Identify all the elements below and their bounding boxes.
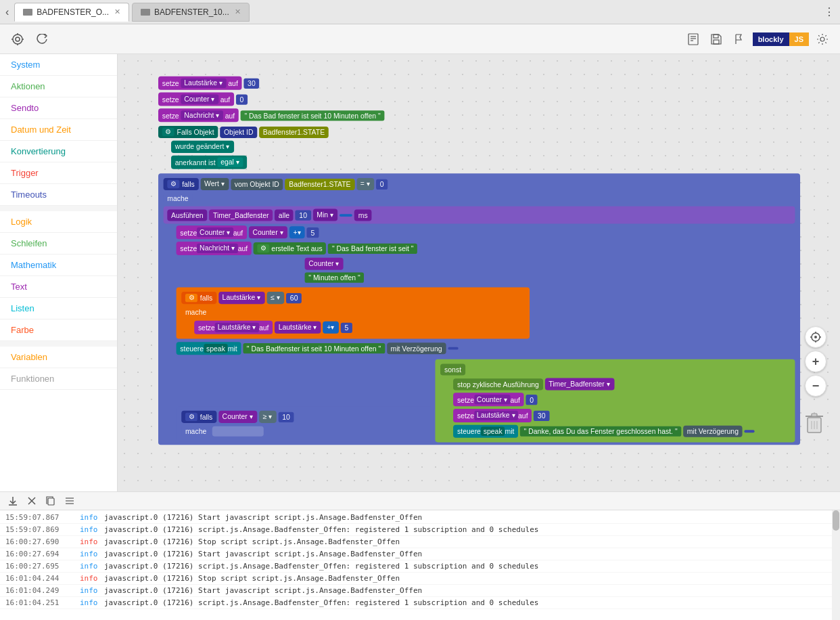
block-setze-lautstaerke2[interactable]: setze Lautstärke ▾ auf	[194, 321, 273, 334]
block-counter-val[interactable]: Counter ▾	[305, 258, 344, 270]
block-equals[interactable]: = ▾	[356, 178, 374, 190]
block-str-danke[interactable]: " Danke, das Du das Fenster geschlossen …	[520, 426, 681, 437]
block-setze-lautstaerke3[interactable]: setze Lautstärke ▾ auf	[453, 409, 532, 422]
sidebar-item-funktionen[interactable]: Funktionen	[0, 368, 117, 390]
block-objekt-id[interactable]: Objekt ID	[220, 126, 257, 137]
block-str-minuten[interactable]: " Minuten offen "	[305, 273, 365, 283]
block-val-delay1[interactable]	[448, 347, 458, 350]
block-val-10[interactable]: 10	[296, 210, 311, 220]
block-setze-counter3[interactable]: setze Counter ▾ auf	[453, 393, 523, 406]
sidebar-item-datum[interactable]: Datum und Zeit	[0, 119, 117, 141]
log-copy-button[interactable]	[43, 493, 58, 508]
sidebar-item-timeouts[interactable]: Timeouts	[0, 184, 117, 206]
block-val-0a[interactable]: 0	[236, 94, 248, 104]
sidebar-item-aktionen[interactable]: Aktionen	[0, 76, 117, 97]
block-plus[interactable]: +▾	[289, 226, 305, 238]
block-gte[interactable]: ≥ ▾	[259, 411, 277, 423]
center-button[interactable]	[805, 326, 826, 348]
block-val-delay2[interactable]	[745, 430, 755, 433]
back-button[interactable]: ‹	[5, 6, 9, 18]
new-file-button[interactable]	[684, 30, 703, 49]
log-scrollbar[interactable]	[832, 510, 840, 620]
block-stop-zyklisch[interactable]: stop zyklische Ausführung	[453, 378, 542, 390]
log-clear-button[interactable]	[24, 493, 39, 508]
log-scroll-thumb[interactable]	[833, 510, 839, 531]
sidebar-item-listen[interactable]: Listen	[0, 298, 117, 319]
block-ausfuehren[interactable]: Ausführen	[167, 209, 207, 221]
block-val-60[interactable]: 60	[286, 293, 302, 303]
block-falls-container: ⚙ falls Wert ▾ vom Objekt ID Badfenster1…	[158, 173, 800, 445]
block-steuere-speak[interactable]: steuere speak mit	[177, 342, 241, 355]
block-val-0c[interactable]: 0	[526, 395, 538, 405]
block-val-0b[interactable]: 0	[376, 179, 388, 189]
block-setze-lautstaerke[interactable]: setze Lautstärke ▾ auf	[158, 76, 242, 90]
block-alle[interactable]: alle	[275, 209, 294, 221]
block-val-10b[interactable]: 10	[279, 412, 294, 422]
zoom-out-button[interactable]: −	[805, 375, 826, 397]
sidebar-item-farbe[interactable]: Farbe	[0, 319, 117, 341]
block-lautstaerke2[interactable]: Lautstärke ▾	[275, 322, 321, 334]
trash-button[interactable]	[802, 409, 826, 437]
block-wurde-geaendert[interactable]: wurde geändert ▾	[171, 141, 234, 153]
block-timer-badfenster[interactable]: Timer_Badfenster	[209, 209, 273, 221]
block-badfenster-state2[interactable]: Badfenster1.STATE	[285, 178, 354, 190]
sidebar-item-mathematik[interactable]: Mathematik	[0, 254, 117, 276]
target-button[interactable]	[8, 30, 27, 49]
block-mit-verzoegerung[interactable]: mit Verzögerung	[387, 342, 446, 354]
sidebar-item-text[interactable]: Text	[0, 276, 117, 298]
sidebar-item-schleifen[interactable]: Schleifen	[0, 233, 117, 254]
canvas-area[interactable]: setze Lautstärke ▾ auf 30 setze Counter …	[118, 54, 840, 491]
sidebar-item-sendto[interactable]: Sendto	[0, 97, 117, 119]
block-badfenster-state[interactable]: Badfenster1.STATE	[259, 126, 329, 137]
block-falls2[interactable]: ⚙ falls	[181, 292, 216, 304]
block-lautstaerke-val[interactable]: Lautstärke ▾	[218, 292, 265, 304]
block-setze-nachricht[interactable]: setze Nachricht ▾ auf	[158, 108, 239, 122]
tab-menu-button[interactable]: ⋮	[824, 5, 835, 18]
block-vom-objekt-id[interactable]: vom Objekt ID	[231, 178, 283, 190]
block-plus2[interactable]: +▾	[323, 322, 339, 334]
block-val-5b[interactable]: 5	[341, 322, 352, 332]
blockly-js-toggle[interactable]: blockly JS	[753, 30, 809, 49]
block-timer-badfenster2[interactable]: Timer_Badfenster ▾	[544, 378, 614, 390]
flag-button[interactable]	[730, 30, 749, 49]
block-lte[interactable]: ≤ ▾	[267, 292, 285, 304]
block-erstelle-text[interactable]: ⚙ erstelle Text aus	[254, 242, 327, 254]
block-setze-nachricht2[interactable]: setze Nachricht ▾ auf	[177, 242, 252, 255]
log-download-button[interactable]	[5, 493, 20, 508]
blockly-label[interactable]: blockly	[753, 32, 789, 46]
sidebar-item-trigger[interactable]: Trigger	[0, 162, 117, 184]
sidebar-item-konvertierung[interactable]: Konvertierung	[0, 141, 117, 162]
block-val-ms[interactable]	[340, 214, 352, 217]
block-anerkannt-egal[interactable]: anerkannt ist egal ▾	[171, 156, 247, 169]
block-counter-inner[interactable]: Counter ▾	[218, 411, 257, 423]
tab-badfenster-10[interactable]: BADFENSTER_10... ✕	[132, 3, 250, 22]
log-list-button[interactable]	[62, 493, 77, 508]
tab-badfenster-o[interactable]: BADFENSTER_O... ✕	[14, 3, 129, 22]
save-button[interactable]	[707, 30, 726, 49]
block-val-30b[interactable]: 30	[534, 410, 549, 420]
block-str-nachricht[interactable]: " Das Bad fenster ist seit 10 Minuten of…	[241, 110, 385, 120]
block-min[interactable]: Min ▾	[313, 209, 338, 221]
block-val-30[interactable]: 30	[243, 78, 259, 88]
tab-close-2[interactable]: ✕	[235, 7, 241, 16]
block-setze-counter2[interactable]: setze Counter ▾ auf	[177, 225, 247, 239]
block-steuere-speak2[interactable]: steuere speak mit	[453, 425, 518, 438]
block-falls[interactable]: ⚙ falls	[164, 178, 199, 190]
zoom-in-button[interactable]: +	[805, 351, 826, 372]
block-falls-objekt[interactable]: ⚙ Falls Objekt	[158, 126, 218, 138]
block-str-speak1[interactable]: " Das Badfenster ist seit 10 Minuten off…	[243, 343, 385, 353]
tab-close-1[interactable]: ✕	[114, 7, 120, 16]
block-falls3[interactable]: ⚙ falls	[181, 411, 216, 423]
settings-button[interactable]	[813, 30, 832, 49]
sidebar-item-system[interactable]: System	[0, 54, 117, 76]
block-mit-verzoegerung2[interactable]: mit Verzögerung	[683, 426, 743, 437]
block-counter-plus[interactable]: Counter ▾	[249, 226, 287, 238]
js-label[interactable]: JS	[789, 32, 809, 46]
block-val-5a[interactable]: 5	[307, 227, 319, 238]
refresh-button[interactable]	[32, 30, 51, 49]
block-setze-counter-0[interactable]: setze Counter ▾ auf	[158, 93, 234, 106]
block-str-das-bad[interactable]: " Das Bad fenster ist seit "	[328, 243, 417, 253]
sidebar-item-variablen[interactable]: Variablen	[0, 347, 117, 368]
sidebar-item-logik[interactable]: Logik	[0, 211, 117, 233]
block-wert-label[interactable]: Wert ▾	[200, 178, 229, 190]
